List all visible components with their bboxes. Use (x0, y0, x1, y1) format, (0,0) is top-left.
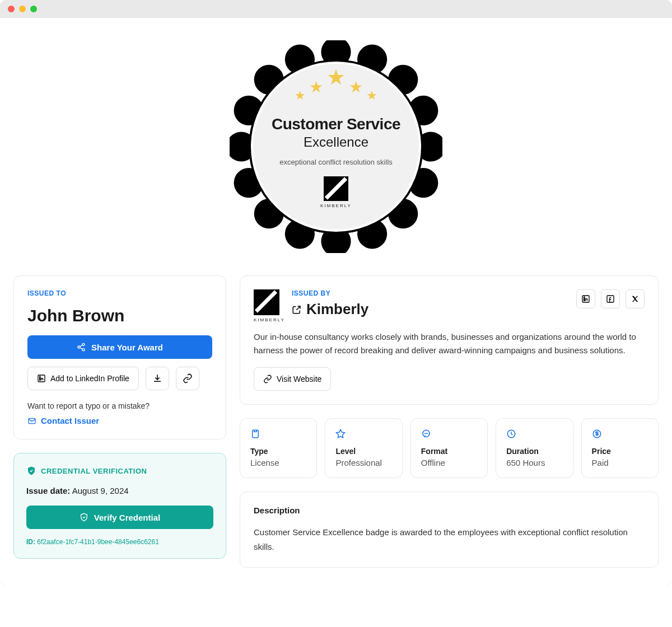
issuer-logo: KIMBERLY (254, 289, 282, 322)
copy-link-button[interactable] (176, 367, 199, 390)
svg-point-24 (40, 376, 40, 377)
svg-point-32 (424, 433, 425, 434)
shield-icon (80, 513, 88, 522)
star-icon: ★ (309, 78, 323, 96)
issue-date-label: Issue date: (26, 486, 70, 495)
issuer-card: KIMBERLY ISSUED BY Kimberly (240, 275, 659, 405)
window-maximize-dot[interactable] (30, 6, 37, 12)
badge-subtitle: Excellence (304, 134, 368, 150)
star-icon: ★ (349, 78, 363, 96)
external-link-icon (292, 305, 302, 315)
x-icon (631, 295, 639, 303)
star-icon: ★ (326, 65, 346, 90)
award-badge: ★ ★ ★ ★ ★ Customer Service Excellence ex… (230, 40, 442, 253)
chat-icon (421, 429, 431, 439)
issued-by-label: ISSUED BY (292, 289, 566, 297)
social-linkedin-button[interactable] (576, 289, 595, 308)
window-close-dot[interactable] (8, 6, 15, 12)
verification-card: CREDENTIAL VERIFICATION Issue date: Augu… (13, 453, 226, 559)
facebook-icon (606, 294, 615, 303)
linkedin-icon (581, 294, 590, 303)
issue-date-value: August 9, 2024 (72, 486, 129, 495)
share-award-button[interactable]: Share Your Award (27, 335, 212, 359)
download-button[interactable] (146, 367, 169, 390)
issuer-name-link[interactable]: Kimberly (292, 301, 566, 318)
link-icon (183, 373, 193, 383)
svg-point-19 (82, 349, 85, 351)
star-row: ★ ★ ★ ★ ★ (295, 79, 377, 104)
svg-point-18 (78, 346, 80, 348)
social-x-button[interactable] (626, 289, 645, 308)
badge-title: Customer Service (272, 115, 400, 133)
svg-line-20 (80, 345, 83, 347)
window-titlebar (0, 0, 672, 18)
issued-to-label: ISSUED TO (27, 289, 212, 297)
credential-id-label: ID: (26, 538, 35, 546)
svg-point-28 (584, 297, 585, 297)
shield-check-icon (26, 466, 36, 476)
svg-line-21 (80, 348, 83, 349)
issuer-description: Our in-house consultancy works closely w… (254, 330, 645, 357)
stat-duration: Duration 650 Hours (496, 418, 573, 478)
window-minimize-dot[interactable] (19, 6, 26, 12)
description-card: Description Customer Service Excellence … (240, 492, 659, 568)
social-facebook-button[interactable] (601, 289, 620, 308)
share-icon (77, 343, 86, 352)
svg-rect-23 (40, 378, 40, 381)
stat-format: Format Offline (410, 418, 488, 478)
svg-rect-27 (584, 298, 585, 301)
download-icon (152, 373, 162, 383)
star-icon: ★ (366, 88, 377, 103)
stat-price: Price Paid (581, 418, 659, 478)
verify-credential-button[interactable]: Verify Credential (26, 506, 213, 529)
contact-issuer-link[interactable]: Contact Issuer (27, 416, 212, 425)
linkedin-icon (37, 374, 46, 383)
svg-point-33 (426, 433, 426, 434)
credential-id-value: 6f2aafce-1fc7-41b1-9bee-4845ee6c6261 (37, 538, 159, 546)
badge-issuer-logo: KIMBERLY (320, 176, 352, 208)
mail-icon (27, 417, 36, 425)
link-icon (263, 375, 272, 383)
document-icon (250, 429, 260, 439)
star-icon: ★ (295, 88, 306, 103)
badge-tagline: exceptional conflict resolution skills (279, 158, 393, 166)
description-body: Customer Service Excellence badge is awa… (254, 525, 645, 554)
svg-point-17 (82, 343, 85, 345)
star-outline-icon (335, 429, 346, 439)
stat-level: Level Professional (325, 418, 402, 478)
recipient-card: ISSUED TO John Brown Share Your Award Ad… (13, 275, 226, 439)
description-title: Description (254, 506, 645, 515)
clock-icon (506, 429, 516, 439)
stat-type: Type License (240, 418, 317, 478)
report-prompt: Want to report a typo or a mistake? (27, 401, 212, 410)
visit-website-button[interactable]: Visit Website (254, 367, 331, 391)
verification-header: CREDENTIAL VERIFICATION (41, 467, 147, 475)
add-linkedin-button[interactable]: Add to LinkedIn Profile (27, 367, 139, 390)
svg-point-34 (427, 433, 428, 434)
dollar-icon (592, 429, 602, 439)
recipient-name: John Brown (27, 306, 212, 325)
svg-rect-30 (253, 430, 259, 438)
